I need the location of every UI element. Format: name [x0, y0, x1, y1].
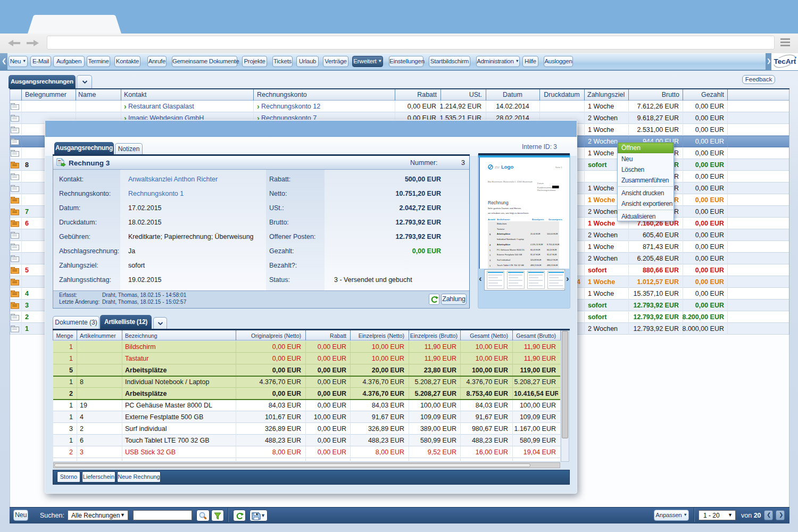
svg-text:TecArt: TecArt	[774, 57, 796, 65]
